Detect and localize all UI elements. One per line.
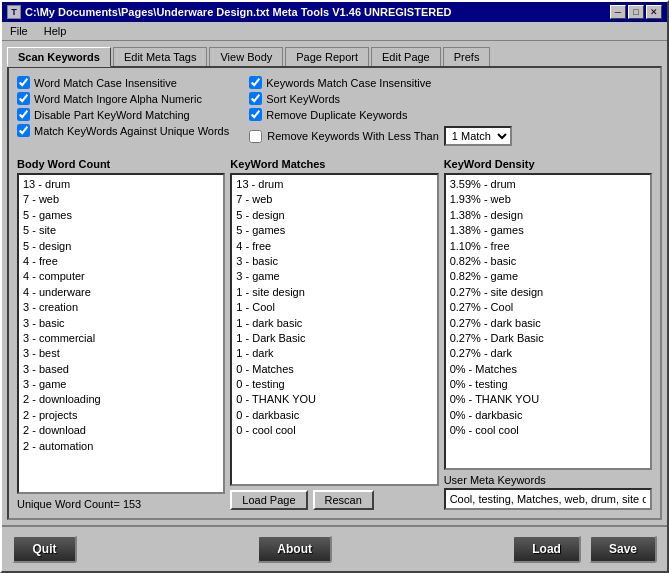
checkbox-word-match-case-input[interactable] bbox=[17, 76, 30, 89]
list-item[interactable]: 5 - site bbox=[21, 223, 221, 238]
list-item[interactable]: 7 - web bbox=[21, 192, 221, 207]
checkbox-disable-part-input[interactable] bbox=[17, 108, 30, 121]
list-item[interactable]: 0 - testing bbox=[234, 377, 434, 392]
user-meta-input[interactable] bbox=[444, 488, 652, 510]
list-item[interactable]: 13 - drum bbox=[234, 177, 434, 192]
list-item[interactable]: 3 - best bbox=[21, 346, 221, 361]
list-item[interactable]: 0% - darkbasic bbox=[448, 408, 648, 423]
list-item[interactable]: 13 - drum bbox=[21, 177, 221, 192]
rescan-button[interactable]: Rescan bbox=[313, 490, 374, 510]
list-item[interactable]: 2 - projects bbox=[21, 408, 221, 423]
list-item[interactable]: 1 - site design bbox=[234, 285, 434, 300]
list-item[interactable]: 0.27% - dark bbox=[448, 346, 648, 361]
tab-prefs[interactable]: Prefs bbox=[443, 47, 491, 67]
list-item[interactable]: 2 - downloading bbox=[21, 392, 221, 407]
keyword-density-list[interactable]: 3.59% - drum1.93% - web1.38% - design1.3… bbox=[444, 173, 652, 470]
checkbox-word-match-alpha-input[interactable] bbox=[17, 92, 30, 105]
load-page-button[interactable]: Load Page bbox=[230, 490, 307, 510]
list-item[interactable]: 4 - free bbox=[234, 239, 434, 254]
tab-content: Word Match Case Insensitive Word Match I… bbox=[7, 66, 662, 520]
list-item[interactable]: 5 - design bbox=[21, 239, 221, 254]
list-item[interactable]: 0 - cool cool bbox=[234, 423, 434, 438]
list-item[interactable]: 1 - Dark Basic bbox=[234, 331, 434, 346]
list-item[interactable]: 0 - darkbasic bbox=[234, 408, 434, 423]
checkbox-disable-part-label: Disable Part KeyWord Matching bbox=[34, 109, 190, 121]
list-item[interactable]: 1.38% - games bbox=[448, 223, 648, 238]
user-meta-label: User Meta Keywords bbox=[444, 474, 652, 486]
title-bar-buttons: ─ □ ✕ bbox=[610, 5, 662, 19]
list-item[interactable]: 3.59% - drum bbox=[448, 177, 648, 192]
checkbox-sort-keywords-input[interactable] bbox=[249, 92, 262, 105]
list-item[interactable]: 0.82% - basic bbox=[448, 254, 648, 269]
list-item[interactable]: 0% - cool cool bbox=[448, 423, 648, 438]
keyword-density-section: KeyWord Density 3.59% - drum1.93% - web1… bbox=[444, 158, 652, 510]
close-button[interactable]: ✕ bbox=[646, 5, 662, 19]
tab-view-body[interactable]: View Body bbox=[209, 47, 283, 67]
list-item[interactable]: 5 - games bbox=[234, 223, 434, 238]
list-item[interactable]: 0% - testing bbox=[448, 377, 648, 392]
list-item[interactable]: 1.10% - free bbox=[448, 239, 648, 254]
list-item[interactable]: 3 - basic bbox=[234, 254, 434, 269]
list-item[interactable]: 1 - Cool bbox=[234, 300, 434, 315]
body-word-count-title: Body Word Count bbox=[17, 158, 225, 170]
list-item[interactable]: 3 - based bbox=[21, 362, 221, 377]
list-item[interactable]: 2 - download bbox=[21, 423, 221, 438]
list-item[interactable]: 1 - dark bbox=[234, 346, 434, 361]
list-item[interactable]: 1.38% - design bbox=[448, 208, 648, 223]
minimize-button[interactable]: ─ bbox=[610, 5, 626, 19]
menu-file[interactable]: File bbox=[7, 24, 31, 38]
list-item[interactable]: 0.27% - Cool bbox=[448, 300, 648, 315]
list-item[interactable]: 0.27% - Dark Basic bbox=[448, 331, 648, 346]
list-item[interactable]: 4 - computer bbox=[21, 269, 221, 284]
checkbox-remove-duplicate: Remove Duplicate Keywords bbox=[249, 108, 512, 121]
checkboxes-left: Word Match Case Insensitive Word Match I… bbox=[17, 76, 229, 146]
tab-page-report[interactable]: Page Report bbox=[285, 47, 369, 67]
list-item[interactable]: 0% - THANK YOU bbox=[448, 392, 648, 407]
keyword-matches-list[interactable]: 13 - drum7 - web5 - design5 - games4 - f… bbox=[230, 173, 438, 486]
checkbox-remove-less-than-input[interactable] bbox=[249, 130, 262, 143]
about-button[interactable]: About bbox=[257, 535, 332, 563]
checkboxes-area: Word Match Case Insensitive Word Match I… bbox=[17, 76, 652, 146]
menu-help[interactable]: Help bbox=[41, 24, 70, 38]
list-item[interactable]: 3 - creation bbox=[21, 300, 221, 315]
match-select[interactable]: 1 Match 2 Match 3 Match bbox=[444, 126, 512, 146]
checkbox-keywords-case-input[interactable] bbox=[249, 76, 262, 89]
menu-bar: File Help bbox=[2, 22, 667, 41]
checkbox-match-keywords-input[interactable] bbox=[17, 124, 30, 137]
list-item[interactable]: 2 - automation bbox=[21, 439, 221, 454]
list-item[interactable]: 0 - Matches bbox=[234, 362, 434, 377]
list-item[interactable]: 0% - Matches bbox=[448, 362, 648, 377]
list-item[interactable]: 5 - design bbox=[234, 208, 434, 223]
list-item[interactable]: 3 - game bbox=[21, 377, 221, 392]
list-item[interactable]: 4 - underware bbox=[21, 285, 221, 300]
checkbox-match-keywords: Match KeyWords Against Unique Words bbox=[17, 124, 229, 137]
list-item[interactable]: 7 - web bbox=[234, 192, 434, 207]
body-word-count-list[interactable]: 13 - drum7 - web5 - games5 - site5 - des… bbox=[17, 173, 225, 494]
load-button[interactable]: Load bbox=[512, 535, 581, 563]
list-item[interactable]: 1.93% - web bbox=[448, 192, 648, 207]
list-item[interactable]: 0.82% - game bbox=[448, 269, 648, 284]
quit-button[interactable]: Quit bbox=[12, 535, 77, 563]
footer-right: Load Save bbox=[512, 535, 657, 563]
list-item[interactable]: 0.27% - site design bbox=[448, 285, 648, 300]
footer-bar: Quit About Load Save bbox=[2, 525, 667, 571]
maximize-button[interactable]: □ bbox=[628, 5, 644, 19]
list-item[interactable]: 4 - free bbox=[21, 254, 221, 269]
list-item[interactable]: 0.27% - dark basic bbox=[448, 316, 648, 331]
content-area: Scan Keywords Edit Meta Tags View Body P… bbox=[2, 41, 667, 525]
title-bar-left: T C:\My Documents\Pages\Underware Design… bbox=[7, 5, 451, 19]
list-item[interactable]: 3 - basic bbox=[21, 316, 221, 331]
list-item[interactable]: 1 - dark basic bbox=[234, 316, 434, 331]
list-item[interactable]: 3 - commercial bbox=[21, 331, 221, 346]
tab-edit-meta-tags[interactable]: Edit Meta Tags bbox=[113, 47, 208, 67]
checkbox-remove-duplicate-label: Remove Duplicate Keywords bbox=[266, 109, 407, 121]
save-button[interactable]: Save bbox=[589, 535, 657, 563]
list-item[interactable]: 3 - game bbox=[234, 269, 434, 284]
checkbox-word-match-case: Word Match Case Insensitive bbox=[17, 76, 229, 89]
list-item[interactable]: 5 - games bbox=[21, 208, 221, 223]
checkbox-remove-duplicate-input[interactable] bbox=[249, 108, 262, 121]
checkbox-remove-less-than: Remove Keywords With Less Than 1 Match 2… bbox=[249, 126, 512, 146]
list-item[interactable]: 0 - THANK YOU bbox=[234, 392, 434, 407]
tab-edit-page[interactable]: Edit Page bbox=[371, 47, 441, 67]
tab-scan-keywords[interactable]: Scan Keywords bbox=[7, 47, 111, 67]
